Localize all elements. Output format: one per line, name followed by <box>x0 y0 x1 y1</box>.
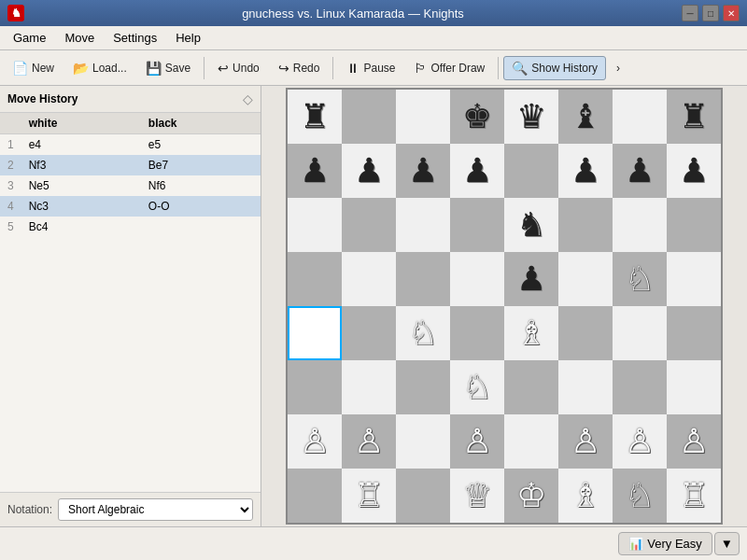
maximize-button[interactable]: □ <box>702 5 719 21</box>
board-cell[interactable] <box>396 469 450 523</box>
board-cell[interactable]: ♙ <box>558 414 613 469</box>
board-cell[interactable]: ♘ <box>450 360 504 414</box>
board-cell[interactable]: ♞ <box>504 198 558 252</box>
white-move: e4 <box>21 134 141 156</box>
board-cell[interactable] <box>558 252 613 306</box>
board-cell[interactable]: ♘ <box>613 469 667 523</box>
board-cell[interactable]: ♕ <box>450 469 504 523</box>
board-cell[interactable] <box>396 252 450 306</box>
board-cell[interactable]: ♟ <box>504 252 558 306</box>
board-cell[interactable]: ♝ <box>558 90 613 144</box>
notation-select[interactable]: Short Algebraic <box>58 498 253 521</box>
board-cell[interactable] <box>450 306 504 360</box>
board-cell[interactable] <box>288 469 342 523</box>
board-cell[interactable] <box>613 90 667 144</box>
board-cell[interactable]: ♙ <box>613 414 667 469</box>
board-cell[interactable]: ♟ <box>667 144 721 198</box>
board-cell[interactable] <box>504 144 558 198</box>
minimize-button[interactable]: ─ <box>682 5 698 21</box>
board-cell[interactable]: ♙ <box>450 414 504 469</box>
board-cell[interactable]: ♗ <box>558 469 613 523</box>
offer-draw-button[interactable]: 🏳 Offer Draw <box>405 56 493 80</box>
board-cell[interactable] <box>667 360 721 414</box>
white-move: Nf3 <box>21 155 141 175</box>
show-history-button[interactable]: 🔍 Show History <box>503 56 606 80</box>
panel-title: Move History <box>7 92 78 105</box>
menu-move[interactable]: Move <box>55 28 104 48</box>
board-cell[interactable] <box>342 252 396 306</box>
board-cell[interactable]: ♟ <box>450 144 504 198</box>
more-button[interactable]: › <box>608 57 628 79</box>
board-cell[interactable]: ♟ <box>613 144 667 198</box>
board-cell[interactable] <box>288 252 342 306</box>
menubar: Game Move Settings Help <box>0 26 747 50</box>
white-move: Bc4 <box>21 217 141 237</box>
board-cell[interactable]: ♔ <box>504 469 558 523</box>
board-cell[interactable] <box>288 306 342 360</box>
board-cell[interactable] <box>613 360 667 414</box>
board-cell[interactable]: ♟ <box>396 144 450 198</box>
board-cell[interactable] <box>558 306 613 360</box>
board-row: ♖♕♔♗♘♖ <box>288 469 721 523</box>
difficulty-button[interactable]: 📊 Very Easy <box>618 532 712 555</box>
board-cell[interactable] <box>342 306 396 360</box>
redo-icon: ↪ <box>278 61 289 76</box>
table-row: 4 Nc3 O-O <box>0 196 261 217</box>
board-cell[interactable]: ♟ <box>288 144 342 198</box>
board-cell[interactable]: ♘ <box>396 306 450 360</box>
board-row: ♞ <box>288 198 721 252</box>
board-cell[interactable] <box>396 360 450 414</box>
board-cell[interactable] <box>558 198 613 252</box>
redo-button[interactable]: ↪ Redo <box>270 56 329 80</box>
new-button[interactable]: 📄 New <box>4 56 63 80</box>
app-icon: ♞ <box>7 5 24 21</box>
board-cell[interactable]: ♜ <box>667 90 721 144</box>
board-cell[interactable] <box>613 198 667 252</box>
board-cell[interactable] <box>667 306 721 360</box>
menu-game[interactable]: Game <box>4 28 55 48</box>
board-cell[interactable]: ♖ <box>342 469 396 523</box>
close-button[interactable]: ✕ <box>723 5 740 21</box>
board-cell[interactable]: ♟ <box>558 144 613 198</box>
notation-label: Notation: <box>7 503 52 516</box>
undo-button[interactable]: ↩ Undo <box>209 56 268 80</box>
board-cell[interactable]: ♗ <box>504 306 558 360</box>
board-cell[interactable] <box>450 198 504 252</box>
save-button[interactable]: 💾 Save <box>137 56 199 80</box>
table-row: 1 e4 e5 <box>0 134 261 156</box>
board-cell[interactable]: ♜ <box>288 90 342 144</box>
board-cell[interactable] <box>558 360 613 414</box>
board-cell[interactable] <box>396 414 450 469</box>
board-cell[interactable] <box>504 414 558 469</box>
board-cell[interactable] <box>504 360 558 414</box>
board-cell[interactable] <box>288 360 342 414</box>
board-cell[interactable]: ♟ <box>342 144 396 198</box>
board-cell[interactable] <box>667 198 721 252</box>
board-cell[interactable]: ♚ <box>450 90 504 144</box>
difficulty-chevron-button[interactable]: ▼ <box>714 532 740 555</box>
board-cell[interactable] <box>396 90 450 144</box>
board-cell[interactable] <box>342 360 396 414</box>
menu-settings[interactable]: Settings <box>104 28 166 48</box>
board-cell[interactable] <box>613 306 667 360</box>
panel-toggle-icon[interactable]: ◇ <box>243 91 253 106</box>
board-cell[interactable] <box>342 90 396 144</box>
board-cell[interactable] <box>450 252 504 306</box>
load-button[interactable]: 📂 Load... <box>64 56 135 80</box>
board-cell[interactable]: ♙ <box>667 414 721 469</box>
panel-header: Move History ◇ <box>0 86 261 113</box>
board-cell[interactable]: ♙ <box>342 414 396 469</box>
table-row: 5 Bc4 <box>0 217 261 237</box>
pause-button[interactable]: ⏸ Pause <box>338 56 403 80</box>
history-icon: 🔍 <box>512 61 528 76</box>
board-cell[interactable]: ♙ <box>288 414 342 469</box>
board-cell[interactable]: ♘ <box>613 252 667 306</box>
board-cell[interactable]: ♛ <box>504 90 558 144</box>
board-cell[interactable] <box>667 252 721 306</box>
board-cell[interactable]: ♖ <box>667 469 721 523</box>
white-move: Ne5 <box>21 175 141 196</box>
board-cell[interactable] <box>342 198 396 252</box>
board-cell[interactable] <box>396 198 450 252</box>
board-cell[interactable] <box>288 198 342 252</box>
menu-help[interactable]: Help <box>166 28 210 48</box>
